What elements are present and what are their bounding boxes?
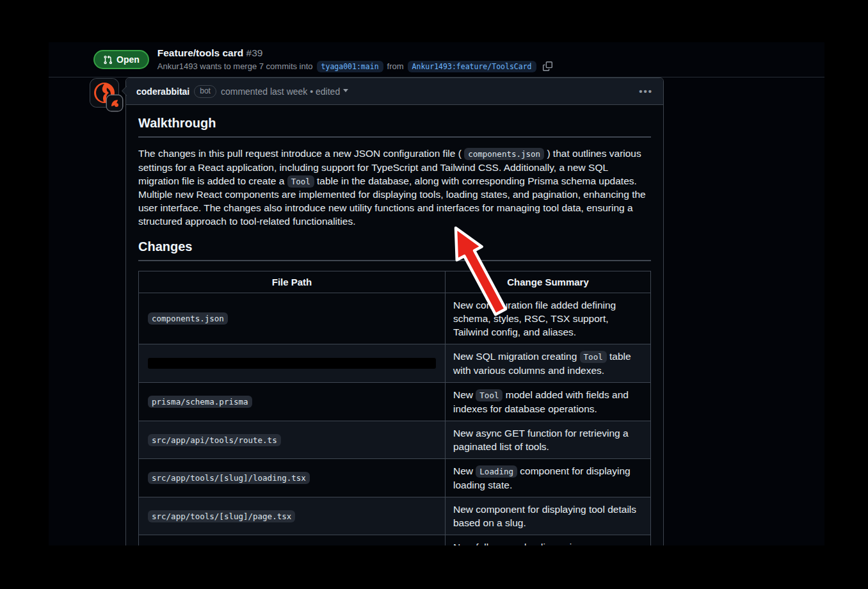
file-path-cell: src/app/tools/loading.tsx bbox=[139, 535, 446, 545]
comment-header: coderabbitai bot commented last week • e… bbox=[126, 78, 663, 105]
change-summary-cell: New async GET function for retrieving a … bbox=[446, 421, 651, 458]
change-summary-cell: New full-screen loading spinner componen… bbox=[446, 535, 651, 545]
base-branch-badge[interactable]: tyaga001:main bbox=[317, 61, 383, 72]
inline-code: Tool bbox=[476, 389, 502, 401]
column-header-file-path: File Path bbox=[139, 271, 446, 293]
redacted-file-path bbox=[148, 358, 436, 369]
file-path-cell: prisma/schema.prisma bbox=[139, 382, 446, 421]
inline-code: components.json bbox=[464, 148, 544, 160]
comment-card: coderabbitai bot commented last week • e… bbox=[125, 77, 664, 545]
from-label: from bbox=[387, 61, 404, 71]
changes-table: File Path Change Summary components.json… bbox=[138, 271, 651, 545]
comment-author[interactable]: coderabbitai bbox=[136, 86, 189, 97]
pr-subtitle: Ankur1493 wants to merge 7 commits into … bbox=[157, 61, 552, 72]
comment-meta: commented last week • edited bbox=[221, 86, 348, 97]
avatar[interactable] bbox=[90, 79, 118, 107]
change-summary-cell: New configuration file added defining sc… bbox=[446, 293, 651, 344]
table-row: src/app/tools/[slug]/loading.tsxNew Load… bbox=[139, 458, 651, 497]
table-row: components.jsonNew configuration file ad… bbox=[139, 293, 651, 344]
copy-branch-icon[interactable] bbox=[543, 61, 552, 71]
file-path-code: src/app/api/tools/route.ts bbox=[148, 434, 281, 446]
pr-merge-text: Ankur1493 wants to merge 7 commits into bbox=[157, 61, 313, 71]
git-pull-request-icon bbox=[103, 55, 113, 65]
walkthrough-heading: Walkthrough bbox=[138, 116, 651, 138]
file-path-cell: src/app/api/tools/route.ts bbox=[139, 421, 446, 458]
file-path-code: src/app/tools/[slug]/loading.tsx bbox=[148, 472, 310, 484]
table-row: prisma/schema.prismaNew Tool model added… bbox=[139, 382, 651, 421]
bot-badge: bot bbox=[194, 85, 216, 98]
walkthrough-paragraph: The changes in this pull request introdu… bbox=[138, 147, 651, 229]
column-header-change-summary: Change Summary bbox=[446, 271, 651, 293]
pr-state-badge: Open bbox=[93, 50, 149, 69]
pr-number: #39 bbox=[246, 47, 263, 58]
pr-header: Open Feature/tools card #39 Ankur1493 wa… bbox=[49, 42, 824, 77]
comment-body: Walkthrough The changes in this pull req… bbox=[126, 105, 663, 545]
pr-title: Feature/tools card #39 bbox=[157, 47, 552, 59]
inline-code: Tool bbox=[287, 175, 314, 188]
change-summary-cell: New Tool model added with fields and ind… bbox=[446, 382, 651, 421]
edited-label[interactable]: edited bbox=[316, 86, 340, 97]
table-row: src/app/tools/loading.tsxNew full-screen… bbox=[139, 535, 651, 545]
file-path-code: src/app/tools/[slug]/page.tsx bbox=[148, 510, 295, 522]
inline-code: Loading bbox=[476, 465, 517, 478]
avatar-mini-badge-icon bbox=[107, 95, 122, 111]
file-path-cell: components.json bbox=[139, 293, 446, 344]
change-summary-cell: New component for displaying tool detail… bbox=[446, 497, 651, 535]
change-summary-cell: New Loading component for displaying loa… bbox=[446, 458, 651, 497]
file-path-cell: src/app/tools/[slug]/loading.tsx bbox=[139, 458, 446, 497]
file-path-cell bbox=[139, 344, 446, 382]
file-path-code: prisma/schema.prisma bbox=[148, 396, 252, 408]
change-summary-cell: New SQL migration creating Tool table wi… bbox=[446, 344, 651, 382]
table-row: src/app/tools/[slug]/page.tsxNew compone… bbox=[139, 497, 651, 535]
changes-heading: Changes bbox=[138, 239, 651, 261]
pr-state-label: Open bbox=[117, 54, 140, 65]
table-row: New SQL migration creating Tool table wi… bbox=[139, 344, 651, 382]
head-branch-badge[interactable]: Ankur1493:feature/ToolsCard bbox=[408, 61, 536, 72]
inline-code: Tool bbox=[580, 351, 607, 363]
chevron-down-icon[interactable] bbox=[343, 89, 348, 95]
file-path-code: components.json bbox=[148, 312, 228, 325]
file-path-cell: src/app/tools/[slug]/page.tsx bbox=[139, 497, 446, 535]
table-row: src/app/api/tools/route.tsNew async GET … bbox=[139, 421, 651, 458]
browser-viewport: Open Feature/tools card #39 Ankur1493 wa… bbox=[49, 42, 824, 545]
kebab-menu-icon[interactable]: ••• bbox=[639, 86, 653, 97]
